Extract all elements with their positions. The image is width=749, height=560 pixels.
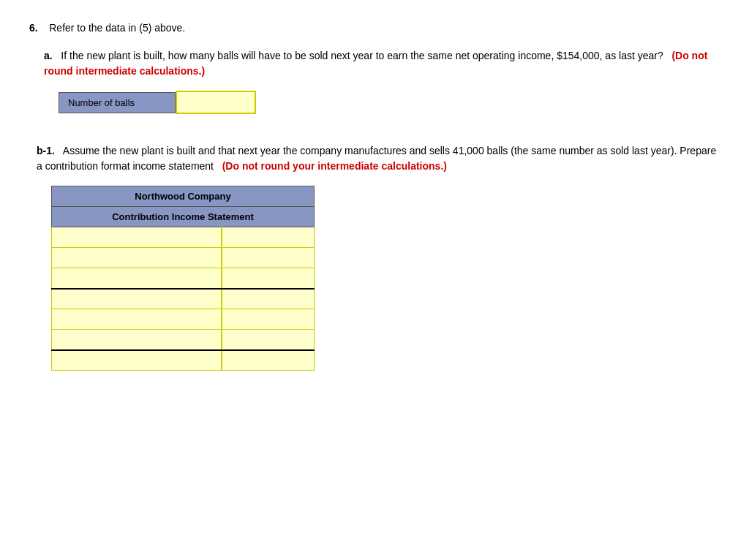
table-row [52, 350, 315, 371]
number-of-balls-input-cell[interactable] [176, 91, 256, 114]
table-cell-label-3[interactable] [52, 268, 222, 289]
table-row [52, 248, 315, 268]
table-cell-value-1[interactable] [222, 227, 315, 248]
table-cell-value-7[interactable] [222, 350, 315, 371]
table-statement-title: Contribution Income Statement [52, 207, 315, 227]
table-cell-value-3[interactable] [222, 268, 315, 289]
table-row [52, 227, 315, 248]
part-b1-section: b-1. Assume the new plant is built and t… [37, 143, 720, 371]
table-row [52, 330, 315, 350]
table-input-value-6[interactable] [222, 330, 314, 349]
table-row [52, 268, 315, 289]
table-input-label-6[interactable] [52, 330, 221, 349]
income-statement-table: Northwood Company Contribution Income St… [51, 186, 315, 371]
part-a-body: If the new plant is built, how many ball… [61, 50, 663, 61]
table-cell-value-2[interactable] [222, 248, 315, 268]
table-input-value-4[interactable] [222, 290, 314, 309]
table-input-value-5[interactable] [222, 309, 314, 329]
table-cell-label-5[interactable] [52, 309, 222, 330]
question-num-label: 6. [29, 22, 38, 34]
table-cell-value-6[interactable] [222, 330, 315, 350]
table-input-label-5[interactable] [52, 309, 221, 329]
part-a-section: a. If the new plant is built, how many b… [44, 48, 720, 114]
table-input-label-4[interactable] [52, 290, 221, 309]
part-a-label: a. [44, 50, 53, 61]
table-input-value-7[interactable] [222, 351, 314, 371]
table-cell-value-5[interactable] [222, 309, 315, 330]
table-cell-label-4[interactable] [52, 289, 222, 309]
table-header-row-1: Northwood Company [52, 186, 315, 207]
table-input-value-3[interactable] [222, 268, 314, 288]
number-of-balls-label: Number of balls [59, 92, 176, 113]
question-intro: Refer to the data in (5) above. [49, 22, 185, 34]
table-cell-label-1[interactable] [52, 227, 222, 248]
table-header-row-2: Contribution Income Statement [52, 207, 315, 227]
input-label-text: Number of balls [68, 97, 135, 108]
table-cell-label-2[interactable] [52, 248, 222, 268]
number-of-balls-row: Number of balls [59, 91, 720, 114]
table-input-label-3[interactable] [52, 268, 221, 288]
number-of-balls-input[interactable] [177, 92, 255, 113]
table-cell-value-4[interactable] [222, 289, 315, 309]
table-cell-label-7[interactable] [52, 350, 222, 371]
part-b1-text: b-1. Assume the new plant is built and t… [37, 143, 720, 174]
question-number: 6. Refer to the data in (5) above. [29, 22, 720, 34]
part-b1-label: b-1. [37, 145, 55, 156]
table-input-value-1[interactable] [222, 227, 314, 247]
table-input-label-2[interactable] [52, 248, 221, 268]
part-a-text: a. If the new plant is built, how many b… [44, 48, 720, 79]
table-input-value-2[interactable] [222, 248, 314, 268]
table-row [52, 289, 315, 309]
table-cell-label-6[interactable] [52, 330, 222, 350]
part-b1-warning: (Do not round your intermediate calculat… [222, 160, 447, 172]
table-company-name: Northwood Company [52, 186, 315, 207]
table-row [52, 309, 315, 330]
table-input-label-7[interactable] [52, 351, 221, 371]
table-input-label-1[interactable] [52, 227, 221, 247]
